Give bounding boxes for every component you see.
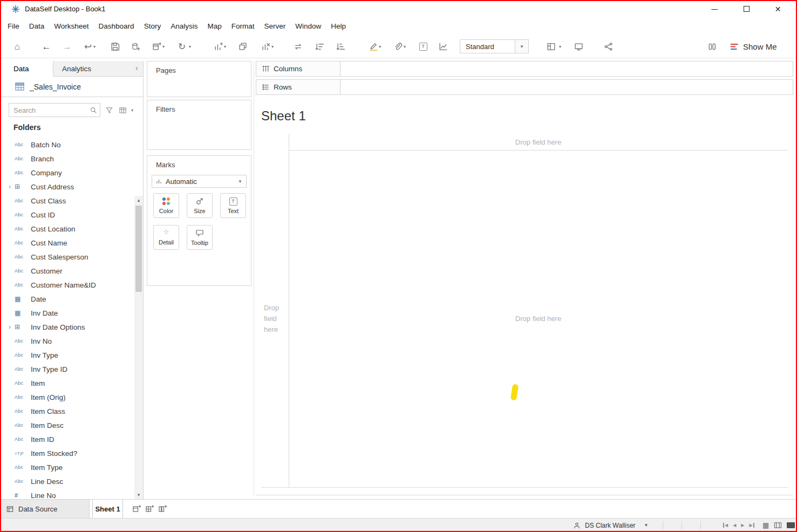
menu-server[interactable]: Server <box>264 22 285 30</box>
share-button[interactable] <box>601 39 616 54</box>
sort-ascending-button[interactable] <box>312 39 327 54</box>
view-options-button[interactable] <box>118 105 127 115</box>
mark-type-caret[interactable]: ▼ <box>238 179 242 184</box>
fit-dropdown-caret[interactable]: ▼ <box>515 40 528 53</box>
user-menu[interactable]: DS Clark Walliser ▼ <box>573 519 648 532</box>
scroll-thumb[interactable] <box>135 206 142 292</box>
mark-type-selector[interactable]: Automatic ▼ <box>152 175 247 188</box>
field-row[interactable]: AbcInv No <box>0 334 143 348</box>
fix-axes-button[interactable] <box>435 39 450 54</box>
home-button[interactable]: ⌂ <box>10 39 25 54</box>
menu-help[interactable]: Help <box>331 22 346 30</box>
field-row[interactable]: AbcItem <box>0 376 143 390</box>
field-row[interactable]: ▦Inv Date <box>0 306 143 320</box>
field-row[interactable]: AbcCust ID <box>0 208 143 222</box>
field-row[interactable]: AbcInv Type ID <box>0 362 143 376</box>
refresh-data-button[interactable]: ↻ <box>174 39 189 54</box>
maximize-button[interactable] <box>731 0 762 18</box>
replay-dropdown-caret[interactable]: ▾ <box>93 44 96 49</box>
text-mark-button[interactable]: Text <box>220 193 246 218</box>
color-mark-button[interactable]: Color <box>153 193 179 218</box>
menu-window[interactable]: Window <box>295 22 321 30</box>
new-sheet-dropdown-caret[interactable]: ▾ <box>224 44 226 49</box>
field-row[interactable]: AbcCompany <box>0 166 143 180</box>
new-worksheet-tab-button[interactable] <box>130 502 143 515</box>
first-page-icon[interactable]: ◀ <box>723 523 728 528</box>
pages-shelf[interactable]: Pages <box>147 61 251 97</box>
clear-sheet-button[interactable] <box>258 39 273 54</box>
field-row[interactable]: #Line No <box>0 488 143 499</box>
show-me-button[interactable]: Show Me <box>730 39 777 53</box>
last-page-icon[interactable]: ▶ <box>749 523 754 528</box>
drop-zone-left[interactable]: Drop field here <box>261 150 287 487</box>
new-sheet-chart-button[interactable] <box>210 39 226 54</box>
tooltip-mark-button[interactable]: Tooltip <box>187 225 213 250</box>
presentation-mode-button[interactable] <box>571 39 586 54</box>
scroll-up-icon[interactable]: ▲ <box>134 196 143 204</box>
field-row[interactable]: AbcBranch <box>0 152 143 166</box>
field-row[interactable]: ▦Date <box>0 292 143 306</box>
drop-zone-top[interactable]: Drop field here <box>289 134 788 150</box>
drop-zone-center[interactable]: Drop field here <box>289 150 788 487</box>
menu-story[interactable]: Story <box>144 22 161 30</box>
field-row[interactable]: AbcLine Desc <box>0 474 143 488</box>
minimize-button[interactable]: — <box>699 0 731 18</box>
tab-data[interactable]: Data <box>0 61 53 77</box>
field-row[interactable]: AbcItem Class <box>0 404 143 418</box>
field-row[interactable]: =T|FItem Stocked? <box>0 446 143 460</box>
field-row[interactable]: AbcBatch No <box>0 138 143 152</box>
cards-dropdown-caret[interactable]: ▾ <box>559 44 561 49</box>
sheet1-tab[interactable]: Sheet 1 <box>92 500 123 518</box>
menu-analysis[interactable]: Analysis <box>171 22 197 30</box>
menu-format[interactable]: Format <box>231 22 255 30</box>
new-dashboard-tab-button[interactable] <box>143 502 156 515</box>
field-row[interactable]: AbcCust Class <box>0 194 143 208</box>
new-worksheet-button[interactable] <box>149 39 164 54</box>
add-data-source-button[interactable] <box>128 39 143 54</box>
redo-button[interactable]: → <box>59 39 74 54</box>
undo-button[interactable]: ← <box>39 39 54 54</box>
filmstrip-view-icon[interactable] <box>774 522 782 529</box>
sidebar-scrollbar[interactable]: ▲ ▼ <box>134 196 143 499</box>
sort-descending-button[interactable] <box>333 39 348 54</box>
field-row[interactable]: ›⊞Inv Date Options <box>0 320 143 334</box>
previous-page-icon[interactable]: ◀ <box>733 523 736 528</box>
presentation-view-icon[interactable] <box>787 522 795 528</box>
expand-chevron-icon[interactable]: › <box>9 183 15 190</box>
pause-auto-updates-button[interactable] <box>704 39 719 54</box>
save-button[interactable] <box>107 39 122 54</box>
scroll-down-icon[interactable]: ▼ <box>134 490 143 499</box>
field-row[interactable]: AbcCust Salesperson <box>0 250 143 264</box>
fit-selector[interactable]: Standard ▼ <box>460 39 529 53</box>
sheet-sorter-icon[interactable]: ▦ <box>762 522 769 529</box>
field-row[interactable]: AbcCust Name <box>0 236 143 250</box>
new-story-tab-button[interactable] <box>156 502 169 515</box>
filter-fields-button[interactable] <box>104 105 114 115</box>
group-dropdown-caret[interactable]: ▾ <box>404 44 406 49</box>
data-source-tab[interactable]: Data Source <box>0 500 90 518</box>
columns-drop-area[interactable] <box>340 61 793 77</box>
highlight-dropdown-caret[interactable]: ▾ <box>379 44 381 49</box>
field-row[interactable]: AbcItem Type <box>0 460 143 474</box>
field-row[interactable]: AbcItem (Orig) <box>0 390 143 404</box>
field-row[interactable]: AbcItem ID <box>0 432 143 446</box>
expand-chevron-icon[interactable]: › <box>9 324 15 330</box>
field-row[interactable]: AbcCustomer <box>0 264 143 278</box>
field-row[interactable]: AbcCustomer Name&ID <box>0 278 143 292</box>
menu-dashboard[interactable]: Dashboard <box>99 22 134 30</box>
filters-shelf[interactable]: Filters <box>147 100 251 150</box>
field-row[interactable]: AbcItem Desc <box>0 418 143 432</box>
field-row[interactable]: ›⊞Cust Address <box>0 180 143 194</box>
clear-sheet-dropdown-caret[interactable]: ▾ <box>271 44 274 49</box>
swap-rows-columns-button[interactable] <box>290 39 305 54</box>
collapse-pane-icon[interactable]: ‹ <box>135 63 138 72</box>
close-button[interactable]: ✕ <box>762 0 794 18</box>
rows-drop-area[interactable] <box>340 79 793 95</box>
user-menu-caret[interactable]: ▼ <box>644 523 649 528</box>
group-members-button[interactable] <box>390 39 405 54</box>
view-options-caret[interactable]: ▾ <box>131 108 133 113</box>
tab-analytics[interactable]: Analytics ‹ <box>53 61 143 77</box>
show-mark-labels-button[interactable] <box>415 39 431 54</box>
detail-mark-button[interactable]: Detail <box>153 225 179 250</box>
field-row[interactable]: AbcCust Location <box>0 222 143 236</box>
